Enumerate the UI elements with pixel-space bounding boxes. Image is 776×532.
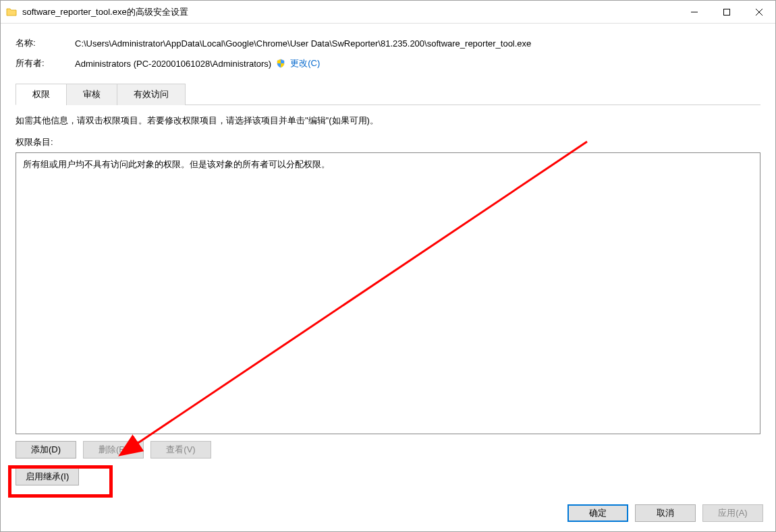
content-area: 名称: C:\Users\Administrator\AppData\Local… xyxy=(1,24,775,495)
window-controls xyxy=(678,1,775,23)
cancel-button[interactable]: 取消 xyxy=(635,504,696,522)
view-button: 查看(V) xyxy=(150,441,211,459)
owner-label: 所有者: xyxy=(16,57,75,69)
tabs: 权限 审核 有效访问 xyxy=(16,83,760,105)
footer: 确定 取消 应用(A) xyxy=(1,495,775,531)
owner-row: 所有者: Administrators (PC-202001061028\Adm… xyxy=(16,57,760,69)
action-row: 添加(D) 删除(R) 查看(V) xyxy=(16,441,760,459)
name-label: 名称: xyxy=(16,37,75,49)
tab-permissions[interactable]: 权限 xyxy=(16,84,67,105)
apply-button: 应用(A) xyxy=(702,504,763,522)
name-row: 名称: C:\Users\Administrator\AppData\Local… xyxy=(16,37,760,49)
titlebar: software_reporter_tool.exe的高级安全设置 xyxy=(1,1,775,24)
shield-icon xyxy=(275,58,286,69)
permissions-list[interactable]: 所有组或用户均不具有访问此对象的权限。但是该对象的所有者可以分配权限。 xyxy=(16,152,760,434)
maximize-button[interactable] xyxy=(711,1,743,23)
folder-icon xyxy=(6,7,17,18)
entries-empty-message: 所有组或用户均不具有访问此对象的权限。但是该对象的所有者可以分配权限。 xyxy=(23,158,753,171)
add-button[interactable]: 添加(D) xyxy=(16,441,76,459)
window-title: software_reporter_tool.exe的高级安全设置 xyxy=(22,6,678,18)
tab-body: 如需其他信息，请双击权限项目。若要修改权限项目，请选择该项目并单击"编辑"(如果… xyxy=(16,105,760,485)
enable-inheritance-button[interactable]: 启用继承(I) xyxy=(16,468,79,485)
instruction-text: 如需其他信息，请双击权限项目。若要修改权限项目，请选择该项目并单击"编辑"(如果… xyxy=(16,115,760,127)
ok-button[interactable]: 确定 xyxy=(567,504,628,522)
inherit-row: 启用继承(I) xyxy=(16,468,760,485)
owner-value: Administrators (PC-202001061028\Administ… xyxy=(75,59,271,69)
tab-effective-access[interactable]: 有效访问 xyxy=(117,84,186,105)
owner-value-wrap: Administrators (PC-202001061028\Administ… xyxy=(75,57,760,69)
tab-auditing[interactable]: 审核 xyxy=(66,84,117,105)
change-owner-link[interactable]: 更改(C) xyxy=(290,57,320,69)
entries-label: 权限条目: xyxy=(16,136,760,148)
advanced-security-window: software_reporter_tool.exe的高级安全设置 名称: C:… xyxy=(0,0,776,532)
minimize-button[interactable] xyxy=(678,1,711,23)
remove-button: 删除(R) xyxy=(83,441,144,459)
close-button[interactable] xyxy=(743,1,775,23)
svg-rect-0 xyxy=(724,9,730,15)
name-value: C:\Users\Administrator\AppData\Local\Goo… xyxy=(75,38,760,49)
